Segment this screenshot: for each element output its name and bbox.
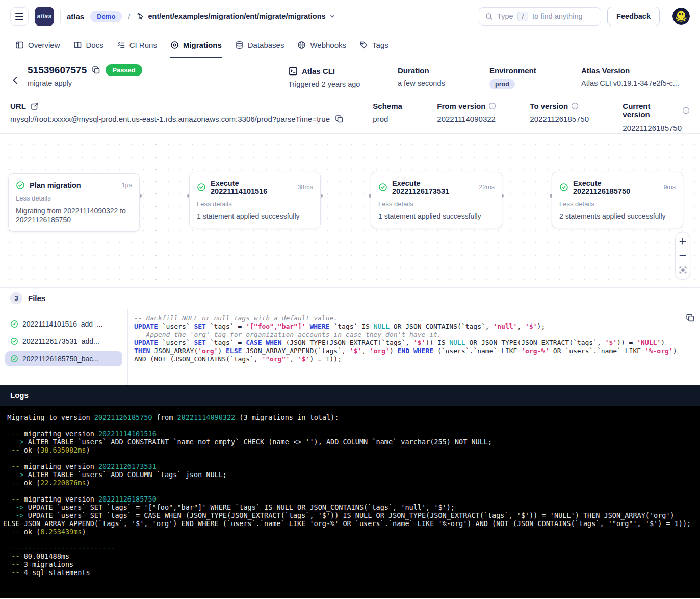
fit-view-button[interactable]: [676, 263, 690, 277]
duration-value: a few seconds: [398, 79, 469, 87]
search-kbd: /: [517, 12, 529, 21]
run-subtitle: migrate apply: [28, 79, 142, 87]
environment-badge: prod: [489, 79, 515, 89]
check-circle-icon: [378, 183, 387, 192]
info-icon[interactable]: [571, 102, 579, 110]
card-duration: 38ms: [297, 184, 313, 191]
breadcrumb-label: ent/ent/examples/migration/ent/migrate/m…: [148, 12, 326, 20]
tab-overview[interactable]: Overview: [15, 33, 60, 58]
breadcrumb[interactable]: ent/ent/examples/migration/ent/migrate/m…: [137, 12, 335, 20]
check-circle-icon: [10, 337, 18, 345]
terminal-icon: [288, 66, 298, 76]
copy-run-id-icon[interactable]: [92, 66, 100, 74]
chevron-down-icon: [329, 13, 335, 19]
tab-label: Docs: [86, 41, 103, 49]
card-description: 1 statement applied successfully: [378, 212, 495, 221]
current-version-column: Current version 20221126185750: [623, 102, 690, 133]
migration-flow-canvas[interactable]: Plan migration 1µs Less details Migratin…: [0, 134, 700, 288]
divider: [666, 10, 666, 23]
app-name: atlas: [67, 12, 84, 21]
copy-url-icon[interactable]: [335, 115, 344, 123]
file-item[interactable]: 20221114101516_add_...: [5, 316, 122, 332]
feedback-button[interactable]: Feedback: [607, 7, 660, 26]
less-details-toggle[interactable]: Less details: [378, 200, 495, 208]
atlas-version-label: Atlas Version: [581, 66, 630, 75]
search-placeholder-pre: Type: [497, 12, 513, 20]
tab-docs[interactable]: Docs: [73, 33, 103, 58]
tab-label: Databases: [248, 41, 284, 49]
external-link-icon[interactable]: [31, 102, 39, 110]
flow-card-execute-2[interactable]: Execute 20221126173531 22ms Less details…: [371, 172, 502, 228]
info-icon[interactable]: [488, 102, 496, 110]
logs-section-header: Logs: [0, 385, 700, 406]
flow-card-execute-1[interactable]: Execute 20221114101516 38ms Less details…: [189, 172, 321, 228]
docs-icon: [73, 41, 82, 49]
files-count-badge: 3: [10, 292, 22, 304]
check-circle-icon: [10, 355, 18, 363]
atlas-version-column: Atlas Version Atlas CLI v0.19.1-347e2f5-…: [581, 64, 686, 94]
trigger-value: Triggered 2 years ago: [288, 80, 377, 88]
check-circle-icon: [559, 183, 568, 192]
logs-terminal[interactable]: Migrating to version 20221126185750 from…: [0, 406, 700, 598]
tab-tags[interactable]: Tags: [359, 33, 388, 58]
from-version-label: From version: [437, 102, 485, 110]
tab-ci-runs[interactable]: CI Runs: [117, 33, 157, 58]
card-duration: 9ms: [663, 184, 676, 191]
tab-migrations[interactable]: Migrations: [170, 33, 222, 58]
files-list: 20221114101516_add_... 20221126173531_ad…: [0, 309, 127, 385]
schema-label: Schema: [373, 102, 402, 110]
run-header: 51539607575 Passed migrate apply Atlas C…: [0, 58, 700, 94]
info-icon[interactable]: [682, 107, 690, 114]
file-item[interactable]: 20221126173531_add...: [5, 334, 122, 349]
from-version-column: From version 20221114090322: [437, 102, 530, 133]
log-output: Migrating to version 20221126185750 from…: [3, 413, 695, 577]
run-id: 51539607575: [28, 65, 87, 76]
zoom-out-button[interactable]: [676, 248, 690, 263]
user-avatar[interactable]: [672, 8, 690, 25]
demo-badge: Demo: [90, 11, 122, 22]
card-title: Execute 20221114101516: [211, 179, 293, 195]
card-title: Execute 20221126185750: [573, 179, 659, 195]
to-version-value: 20221126185750: [530, 115, 623, 123]
flow-card-plan-migration[interactable]: Plan migration 1µs Less details Migratin…: [8, 173, 140, 232]
status-badge: Passed: [106, 64, 142, 76]
copy-code-icon[interactable]: [686, 313, 695, 322]
card-description: 2 statements applied successfully: [559, 212, 676, 221]
duration-label: Duration: [398, 66, 429, 75]
play-circle-icon: [170, 41, 179, 49]
trigger-column: Atlas CLI Triggered 2 years ago: [288, 64, 377, 94]
search-input[interactable]: Type / to find anything: [479, 7, 601, 26]
duration-column: Duration a few seconds: [398, 64, 469, 94]
less-details-toggle[interactable]: Less details: [559, 200, 676, 208]
file-name: 20221126173531_add...: [22, 337, 99, 345]
check-circle-icon: [10, 320, 18, 328]
flow-card-execute-3[interactable]: Execute 20221126185750 9ms Less details …: [552, 172, 683, 228]
top-header: atlas atlas Demo / ent/ent/examples/migr…: [0, 0, 700, 33]
tab-databases[interactable]: Databases: [235, 33, 284, 58]
from-version-value: 20221114090322: [437, 115, 530, 123]
tab-webhooks[interactable]: Webhooks: [297, 33, 346, 58]
back-arrow-icon[interactable]: [10, 66, 20, 94]
less-details-toggle[interactable]: Less details: [16, 194, 132, 202]
file-name: 20221114101516_add_...: [22, 320, 103, 328]
card-description: 1 statement applied successfully: [197, 212, 313, 221]
check-circle-icon: [16, 181, 25, 190]
card-title: Plan migration: [30, 181, 117, 189]
file-item-selected[interactable]: 20221126185750_bac...: [5, 351, 122, 366]
card-description: Migrating from 20221114090322 to 2022112…: [16, 206, 132, 224]
schema-value: prod: [373, 115, 437, 123]
atlas-logo[interactable]: atlas: [35, 7, 54, 26]
zoom-in-button[interactable]: [676, 234, 690, 248]
globe-icon: [297, 41, 306, 49]
tab-label: CI Runs: [129, 41, 157, 49]
flow-connector: [502, 196, 552, 196]
logs-title: Logs: [10, 391, 29, 400]
environment-column: Environment prod: [489, 64, 561, 94]
search-placeholder-post: to find anything: [532, 12, 582, 20]
canvas-controls: [675, 232, 690, 280]
menu-button[interactable]: [10, 7, 29, 26]
breadcrumb-separator: /: [128, 12, 130, 21]
less-details-toggle[interactable]: Less details: [197, 200, 313, 208]
card-duration: 22ms: [479, 184, 495, 191]
tab-label: Overview: [28, 41, 60, 49]
